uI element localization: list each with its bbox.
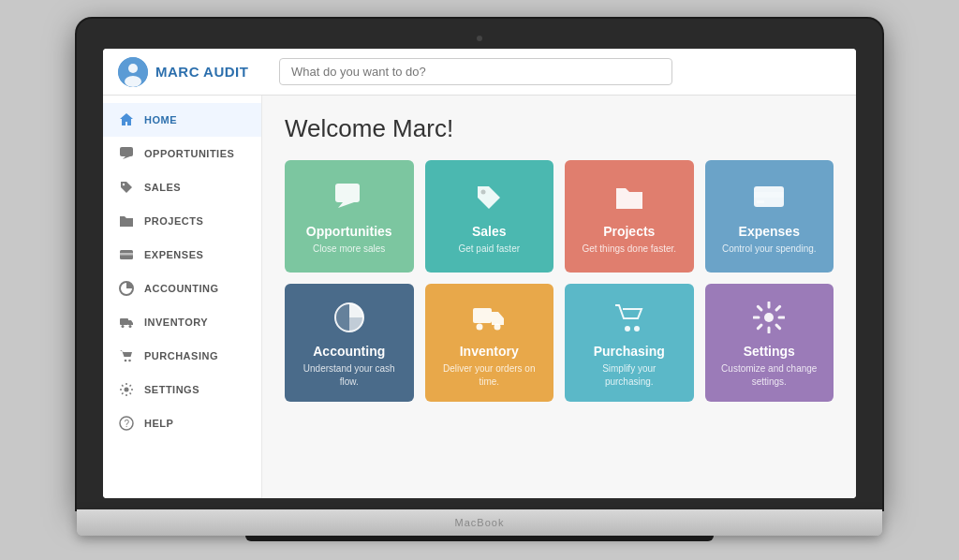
- folder-icon: [118, 213, 135, 229]
- svg-point-10: [129, 325, 132, 328]
- tile-title-sales: Sales: [472, 224, 507, 239]
- sidebar-label-sales: Sales: [144, 182, 181, 193]
- svg-point-11: [125, 360, 127, 362]
- svg-rect-19: [754, 192, 784, 198]
- app-header: Marc Audit: [103, 49, 856, 96]
- chat-icon: [118, 145, 135, 162]
- sidebar-label-projects: Projects: [144, 215, 203, 227]
- tiles-grid: Opportunities Close more sales: [285, 160, 834, 402]
- tile-title-settings: Settings: [744, 344, 795, 359]
- sidebar-item-home[interactable]: Home: [103, 103, 261, 137]
- svg-rect-6: [120, 253, 133, 256]
- sales-tile-icon: [474, 181, 504, 214]
- sidebar-label-purchasing: Purchasing: [144, 350, 218, 361]
- svg-point-28: [764, 313, 774, 322]
- sidebar-item-expenses[interactable]: Expenses: [103, 238, 261, 272]
- svg-rect-20: [757, 200, 764, 203]
- svg-point-26: [625, 326, 630, 332]
- svg-point-13: [125, 388, 129, 392]
- laptop-base: MacBook: [77, 509, 882, 536]
- tile-subtitle-settings: Customize and change settings.: [718, 362, 821, 389]
- sidebar-item-accounting[interactable]: Accounting: [103, 272, 261, 305]
- brand-area: Marc Audit: [118, 57, 268, 87]
- svg-rect-22: [473, 308, 492, 323]
- svg-point-12: [128, 360, 131, 362]
- svg-point-4: [123, 184, 125, 185]
- sidebar-item-inventory[interactable]: Inventory: [103, 305, 261, 339]
- tile-sales[interactable]: Sales Get paid faster: [425, 160, 554, 273]
- tile-subtitle-inventory: Deliver your orders on time.: [438, 362, 541, 389]
- purchasing-tile-icon: [613, 301, 645, 334]
- svg-point-17: [481, 190, 486, 195]
- tile-subtitle-expenses: Control your spending.: [722, 243, 817, 256]
- sidebar-label-accounting: Accounting: [144, 283, 219, 294]
- sidebar-label-settings: Settings: [144, 384, 199, 395]
- main-content: Welcome Marc! Opportunities Clo: [262, 96, 856, 498]
- tile-inventory[interactable]: Inventory Deliver your orders on time.: [425, 284, 554, 402]
- tile-subtitle-projects: Get things done faster.: [582, 243, 676, 256]
- tile-title-expenses: Expenses: [739, 224, 800, 239]
- truck-icon: [118, 314, 135, 331]
- pie-icon: [118, 280, 135, 297]
- search-bar: [279, 58, 672, 85]
- sidebar: Home Opportunities: [103, 96, 262, 498]
- tile-title-accounting: Accounting: [313, 344, 385, 359]
- sidebar-item-projects[interactable]: Projects: [103, 204, 261, 238]
- expenses-tile-icon: [753, 181, 785, 214]
- app-screen: Marc Audit Home: [103, 49, 856, 498]
- svg-point-1: [128, 64, 138, 73]
- tile-subtitle-accounting: Understand your cash flow.: [298, 362, 401, 389]
- tile-subtitle-sales: Get paid faster: [458, 243, 520, 256]
- tile-projects[interactable]: Projects Get things done faster.: [565, 160, 694, 273]
- gear-icon: [118, 381, 135, 398]
- tile-purchasing[interactable]: Purchasing Simplify your purchasing.: [565, 284, 694, 402]
- inventory-tile-icon: [472, 301, 506, 334]
- svg-point-9: [122, 325, 125, 328]
- search-input[interactable]: [279, 58, 672, 85]
- camera: [477, 36, 482, 41]
- tile-subtitle-purchasing: Simplify your purchasing.: [578, 362, 681, 389]
- laptop-notch: [245, 536, 714, 541]
- svg-rect-8: [120, 318, 128, 325]
- tile-opportunities[interactable]: Opportunities Close more sales: [285, 160, 414, 273]
- svg-point-23: [477, 324, 483, 331]
- sidebar-label-inventory: Inventory: [144, 317, 208, 328]
- screen-bezel: Marc Audit Home: [77, 19, 882, 509]
- sidebar-label-help: Help: [144, 418, 173, 429]
- accounting-tile-icon: [333, 301, 365, 334]
- svg-text:?: ?: [125, 419, 130, 429]
- tile-accounting[interactable]: Accounting Understand your cash flow.: [285, 284, 414, 402]
- sidebar-item-sales[interactable]: Sales: [103, 170, 261, 204]
- tag-icon: [118, 179, 135, 196]
- settings-tile-icon: [753, 301, 785, 334]
- tile-title-opportunities: Opportunities: [306, 224, 392, 239]
- svg-point-27: [634, 326, 640, 332]
- tile-expenses[interactable]: Expenses Control your spending.: [705, 160, 834, 273]
- tile-subtitle-opportunities: Close more sales: [313, 243, 385, 256]
- svg-point-24: [494, 324, 501, 331]
- svg-rect-3: [120, 147, 133, 156]
- sidebar-item-opportunities[interactable]: Opportunities: [103, 137, 261, 170]
- home-icon: [118, 111, 135, 128]
- laptop-frame: Marc Audit Home: [77, 19, 882, 541]
- tile-settings[interactable]: Settings Customize and change settings.: [705, 284, 834, 402]
- sidebar-label-expenses: Expenses: [144, 249, 203, 260]
- avatar: [118, 57, 148, 87]
- brand-name: Marc Audit: [155, 64, 248, 80]
- projects-tile-icon: [614, 181, 644, 214]
- tile-title-projects: Projects: [603, 224, 655, 239]
- opportunities-tile-icon: [333, 181, 365, 214]
- sidebar-item-settings[interactable]: Settings: [103, 373, 261, 406]
- welcome-title: Welcome Marc!: [285, 114, 834, 143]
- tile-title-purchasing: Purchasing: [594, 344, 665, 359]
- sidebar-item-help[interactable]: ? Help: [103, 406, 261, 440]
- laptop-brand: MacBook: [455, 517, 505, 528]
- card-icon: [118, 246, 135, 263]
- sidebar-label-home: Home: [144, 114, 177, 125]
- sidebar-label-opportunities: Opportunities: [144, 148, 234, 159]
- cart-icon: [118, 347, 135, 364]
- sidebar-item-purchasing[interactable]: Purchasing: [103, 339, 261, 373]
- app-body: Home Opportunities: [103, 96, 856, 498]
- question-icon: ?: [118, 415, 135, 432]
- svg-point-2: [125, 76, 141, 87]
